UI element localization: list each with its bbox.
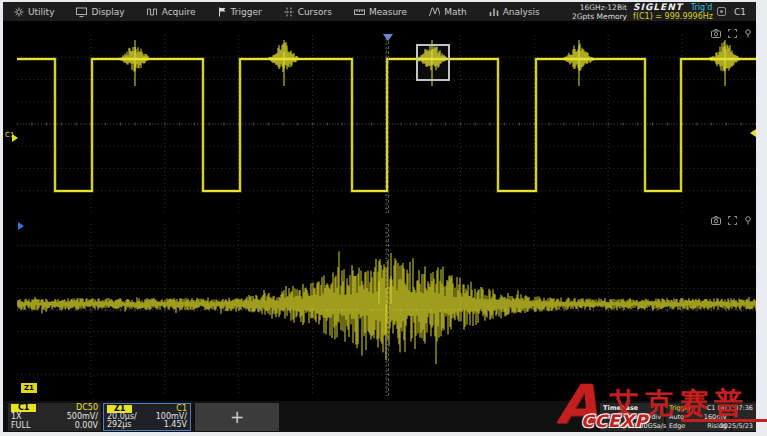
timebase-label: Timebase xyxy=(603,404,638,412)
main-grid-and-trace xyxy=(17,35,756,213)
menu-analysis[interactable]: Analysis xyxy=(478,2,551,21)
zoom-descriptor-box[interactable]: Z1 C1 20.0μs/ 100mV/ 292μs 1.45V xyxy=(103,403,191,431)
measure-icon xyxy=(354,7,365,17)
menu-utility[interactable]: Utility xyxy=(3,2,65,21)
menu-cursors[interactable]: Cursors xyxy=(273,2,343,21)
timebase-delay: 0.00s xyxy=(603,413,621,421)
memory-label: 2Gpts Memory xyxy=(572,12,627,21)
z1-delay: 292μs xyxy=(107,421,132,429)
channel-offset-arrow-icon xyxy=(12,134,18,142)
timebase-descriptor-box[interactable]: Timebase 0.00s 500μs/div 5.00Mpts 1.00GS… xyxy=(600,403,664,431)
channel1-descriptor-box[interactable]: C1 DC50 1X 500mV/ FULL 0.00V xyxy=(8,403,101,431)
trigger-label: Trigger xyxy=(669,404,691,412)
timebase-scale: 500μs/div xyxy=(629,413,661,421)
trigger-flag-icon xyxy=(218,7,227,17)
display-icon xyxy=(76,7,87,17)
clock-time: 11:07:36 xyxy=(724,404,753,412)
c1-bandwidth-limit: FULL xyxy=(11,422,30,430)
status-icon[interactable] xyxy=(717,7,726,16)
frequency-readout: f(C1) = 999.9996Hz xyxy=(633,12,713,21)
zoom-grid-and-trace xyxy=(17,224,756,396)
trigger-state-badge: Trig'd xyxy=(691,3,713,12)
trigger-position-line xyxy=(388,41,389,213)
zoom-offset-marker[interactable] xyxy=(18,222,24,230)
menu-analysis-label: Analysis xyxy=(503,7,540,17)
analysis-icon xyxy=(489,7,499,17)
menu-acquire-label: Acquire xyxy=(162,7,196,17)
menu-utility-label: Utility xyxy=(28,7,54,17)
z1-voffset: 1.45V xyxy=(164,421,187,429)
math-icon xyxy=(429,7,440,17)
menu-acquire[interactable]: Acquire xyxy=(136,2,207,21)
menu-measure-label: Measure xyxy=(369,7,407,17)
zoom-selection-box[interactable] xyxy=(416,44,450,81)
trigger-position-marker[interactable] xyxy=(383,34,393,41)
active-channel-label: C1 xyxy=(734,7,746,17)
zoom-waveform-window[interactable]: Z1 xyxy=(3,218,756,401)
scope-ui: Utility Display Acquire Trigger Cursors … xyxy=(3,2,756,432)
trigger-mode: Auto xyxy=(669,413,684,421)
menu-display[interactable]: Display xyxy=(65,2,135,21)
menu-math-label: Math xyxy=(444,7,467,17)
zoom-center-line xyxy=(388,224,389,396)
gear-icon xyxy=(14,7,24,17)
main-waveform-window[interactable]: C1 xyxy=(3,21,756,218)
acquisition-status: 16GHz-12Bit 2Gpts Memory xyxy=(572,3,627,21)
clock-box: 11:07:36 2025/5/23 xyxy=(732,403,756,431)
timebase-samplerate: 1.00GSa/s xyxy=(633,422,666,430)
c1-scale: 500mV/ xyxy=(67,413,98,421)
bandwidth-label: 16GHz-12Bit xyxy=(580,3,627,12)
menu-trigger[interactable]: Trigger xyxy=(207,2,273,21)
menu-trigger-label: Trigger xyxy=(231,7,262,17)
trigger-level-marker[interactable] xyxy=(750,129,756,137)
zoom-window-tab[interactable]: Z1 xyxy=(21,383,37,393)
menu-cursors-label: Cursors xyxy=(298,7,332,17)
trigger-type: Edge xyxy=(669,422,685,430)
c1-offset: 0.00V xyxy=(75,422,98,430)
add-channel-button[interactable]: + xyxy=(195,403,279,431)
menu-bar: Utility Display Acquire Trigger Cursors … xyxy=(3,2,756,21)
oscilloscope-screen: Utility Display Acquire Trigger Cursors … xyxy=(0,0,767,436)
trigger-level: 160mV xyxy=(704,413,727,421)
c1-probe: 1X xyxy=(11,413,22,421)
c1-coupling: DC50 xyxy=(76,404,98,412)
c1-badge: C1 xyxy=(11,404,36,412)
cursors-icon xyxy=(284,7,294,17)
menu-math[interactable]: Math xyxy=(418,2,478,21)
siglent-logo: SIGLENT xyxy=(633,3,683,12)
clock-date: 2025/5/23 xyxy=(720,422,753,430)
brand-trigger-block: SIGLENT Trig'd f(C1) = 999.9996Hz xyxy=(633,3,713,21)
acquire-icon xyxy=(147,7,158,17)
plus-icon: + xyxy=(230,407,244,427)
menu-display-label: Display xyxy=(91,7,124,17)
menu-measure[interactable]: Measure xyxy=(343,2,418,21)
descriptor-bar: C1 DC50 1X 500mV/ FULL 0.00V Z1 C1 xyxy=(3,401,756,432)
timebase-points: 5.00Mpts xyxy=(603,422,633,430)
